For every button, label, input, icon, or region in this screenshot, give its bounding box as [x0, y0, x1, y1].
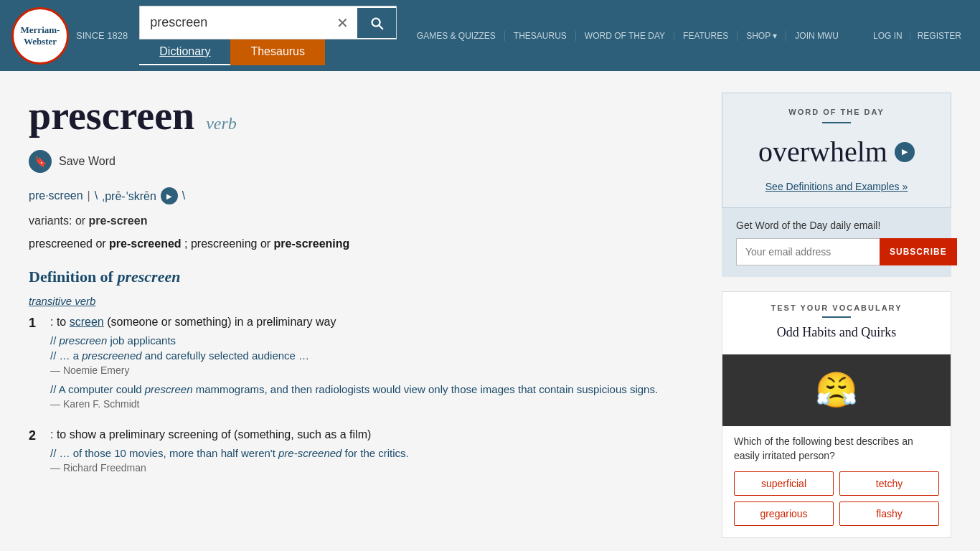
- attribution-2a: — Richard Freedman: [50, 462, 700, 474]
- def-num-1: 1: [29, 316, 43, 417]
- logo-text: Merriam- Webster: [21, 24, 60, 47]
- nav-join[interactable]: JOIN MWU: [786, 31, 847, 41]
- vocab-option-2[interactable]: tetchy: [839, 471, 939, 496]
- subscribe-button[interactable]: SUBSCRIBE: [880, 238, 957, 265]
- logo[interactable]: Merriam- Webster: [11, 7, 69, 65]
- vocab-card: TEST YOUR VOCABULARY Odd Habits and Quir…: [722, 291, 951, 538]
- vocab-option-3[interactable]: gregarious: [734, 501, 834, 526]
- pos-label: transitive verb: [29, 295, 700, 307]
- definition-2: 2 : to show a preliminary screening of (…: [29, 428, 700, 481]
- example-1c: // A computer could prescreen mammograms…: [50, 383, 700, 395]
- nav-features[interactable]: FEATURES: [674, 31, 738, 41]
- def-num-2: 2: [29, 428, 43, 481]
- vocab-option-1[interactable]: superficial: [734, 471, 834, 496]
- example-2a: // … of those 10 movies, more than half …: [50, 447, 700, 459]
- definition-heading: Definition of prescreen: [29, 268, 700, 286]
- def-content-2: : to show a preliminary screening of (so…: [50, 428, 700, 481]
- example-1b: // … a prescreened and carefully selecte…: [50, 349, 700, 362]
- variant-word: pre-screen: [89, 215, 148, 227]
- since-text: SINCE 1828: [76, 30, 128, 41]
- email-section: Get Word of the Day daily email! SUBSCRI…: [722, 208, 951, 277]
- nav-shop[interactable]: SHOP ▾: [738, 31, 786, 41]
- content-area: prescreen verb 🔖 Save Word pre·screen | …: [29, 93, 700, 538]
- wotd-label: WORD OF THE DAY: [737, 108, 936, 116]
- vocab-option-4[interactable]: flashy: [839, 501, 939, 526]
- search-submit-button[interactable]: [357, 8, 396, 38]
- form-2: pre-screened: [109, 237, 182, 250]
- audio-button[interactable]: ▶: [161, 187, 178, 204]
- variants-or: or: [75, 215, 89, 227]
- vocab-question: Which of the following best describes an…: [722, 426, 951, 471]
- logo-area: Merriam- Webster SINCE 1828: [11, 7, 128, 65]
- word-pos: verb: [206, 114, 237, 133]
- wotd-card: WORD OF THE DAY overwhelm ▶ See Definiti…: [722, 93, 951, 208]
- example-1a: // prescreen job applicants: [50, 334, 700, 347]
- tabs-bar: Dictionary Thesaurus: [139, 39, 397, 65]
- forms: prescreened or pre-screened ; prescreeni…: [29, 237, 700, 250]
- tab-thesaurus[interactable]: Thesaurus: [230, 39, 325, 65]
- wotd-divider: [822, 122, 851, 123]
- word-heading: prescreen verb: [29, 93, 700, 138]
- vocab-image: 😤: [722, 354, 951, 426]
- form-1: prescreened: [29, 237, 93, 250]
- syllabified: pre·screen: [29, 189, 83, 202]
- wotd-definitions-link[interactable]: See Definitions and Examples »: [765, 181, 908, 192]
- tab-dictionary[interactable]: Dictionary: [139, 39, 230, 65]
- vocab-divider: [822, 316, 851, 318]
- search-icon: [369, 15, 385, 31]
- wotd-audio-button[interactable]: ▶: [895, 142, 915, 162]
- search-bar: ✕: [139, 6, 397, 39]
- wotd-word: overwhelm ▶: [737, 135, 936, 169]
- vocab-options: superficial tetchy gregarious flashy: [722, 471, 951, 537]
- screen-link[interactable]: screen: [70, 316, 104, 328]
- phonetic-text: ˌprē-ˈskrēn: [102, 189, 156, 203]
- main-container: prescreen verb 🔖 Save Word pre·screen | …: [0, 71, 980, 551]
- vocab-header: TEST YOUR VOCABULARY Odd Habits and Quir…: [722, 292, 951, 354]
- email-form: SUBSCRIBE: [736, 238, 937, 265]
- def-content-1: : to screen (someone or something) in a …: [50, 316, 700, 417]
- phonetic-close: \: [182, 189, 185, 202]
- nav-thesaurus[interactable]: THESAURUS: [505, 31, 576, 41]
- search-input[interactable]: [140, 6, 328, 39]
- email-label: Get Word of the Day daily email!: [736, 220, 937, 231]
- save-word-label: Save Word: [59, 155, 116, 168]
- nav-wotd[interactable]: WORD OF THE DAY: [576, 31, 674, 41]
- search-area: ✕ Dictionary Thesaurus: [139, 6, 397, 65]
- search-clear-button[interactable]: ✕: [328, 7, 357, 39]
- variants-label: variants:: [29, 215, 72, 227]
- site-header: Merriam- Webster SINCE 1828 ✕ Dictionary: [0, 0, 980, 71]
- vocab-emoji: 😤: [815, 370, 858, 410]
- phonetic-open: \: [95, 189, 98, 202]
- sidebar: WORD OF THE DAY overwhelm ▶ See Definiti…: [722, 93, 951, 538]
- variants: variants: or pre-screen: [29, 215, 700, 227]
- main-nav: GAMES & QUIZZES THESAURUS WORD OF THE DA…: [408, 31, 847, 41]
- vocab-title: Odd Habits and Quirks: [737, 325, 936, 340]
- word-title: prescreen: [29, 93, 194, 138]
- email-input[interactable]: [736, 238, 880, 265]
- register-link[interactable]: REGISTER: [910, 31, 969, 41]
- attribution-1b: — Noemie Emery: [50, 364, 700, 376]
- vocab-label: TEST YOUR VOCABULARY: [737, 303, 936, 312]
- attribution-1c: — Karen F. Schmidt: [50, 398, 700, 410]
- save-word-button[interactable]: 🔖 Save Word: [29, 150, 700, 173]
- definition-1: 1 : to screen (someone or something) in …: [29, 316, 700, 417]
- nav-games[interactable]: GAMES & QUIZZES: [408, 31, 505, 41]
- bookmark-icon: 🔖: [29, 150, 52, 173]
- pronunciation: pre·screen | \ ˌprē-ˈskrēn ▶ \: [29, 187, 700, 204]
- login-link[interactable]: LOG IN: [866, 31, 910, 41]
- form-4: pre-screening: [274, 237, 350, 250]
- form-3: prescreening: [191, 237, 258, 250]
- auth-nav: LOG IN REGISTER: [866, 31, 969, 41]
